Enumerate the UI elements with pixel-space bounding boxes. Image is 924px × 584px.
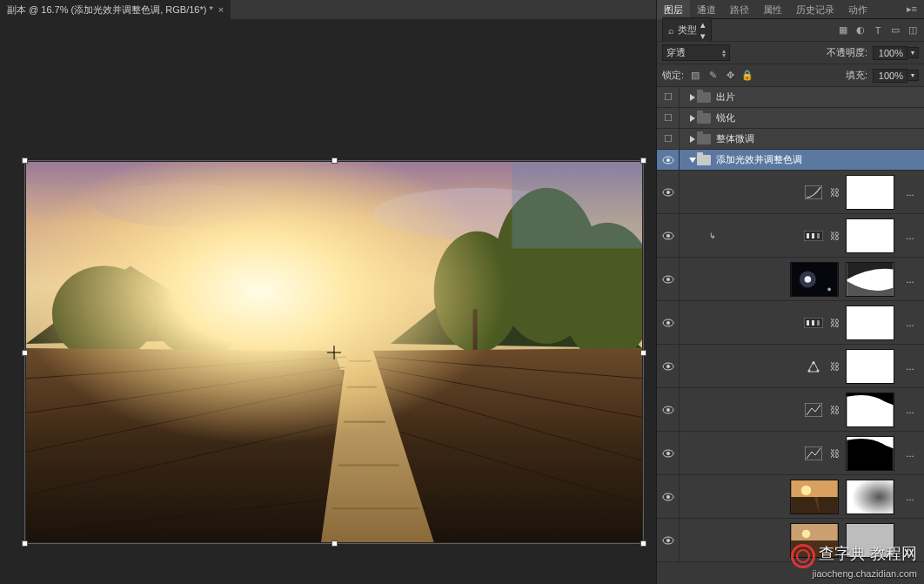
- tab-paths[interactable]: 路径: [723, 0, 756, 19]
- opacity-label: 不透明度:: [827, 46, 867, 59]
- layer-filter-type[interactable]: ⌕ 类型 ▴▾: [662, 17, 712, 44]
- document-tab[interactable]: 副本 @ 16.7% (添加光效并调整色调, RGB/16*) * ×: [0, 0, 231, 19]
- fill-label: 填充:: [846, 69, 867, 82]
- layer-row[interactable]: ...: [657, 258, 924, 301]
- visibility-toggle[interactable]: ☐: [662, 112, 674, 124]
- tab-properties[interactable]: 属性: [756, 0, 789, 19]
- lock-transparent-icon[interactable]: ▨: [689, 70, 701, 82]
- canvas[interactable]: [0, 19, 656, 584]
- lock-position-icon[interactable]: ✥: [724, 70, 736, 82]
- layer-row[interactable]: [657, 519, 924, 562]
- folder-icon: [697, 113, 711, 124]
- link-icon[interactable]: ⛓: [830, 231, 839, 241]
- filter-pixel-icon[interactable]: ▦: [837, 24, 849, 37]
- layer-mask[interactable]: [846, 262, 894, 297]
- visibility-toggle[interactable]: ☐: [662, 133, 674, 145]
- layer-group-selected[interactable]: 添加光效并调整色调: [657, 150, 924, 171]
- panels-sidebar: 图层 通道 路径 属性 历史记录 动作 ▸≡ ⌕ 类型 ▴▾ ▦ ◐ T ▭ ◫…: [656, 0, 924, 584]
- tab-history[interactable]: 历史记录: [789, 0, 841, 19]
- fx-button[interactable]: ...: [901, 448, 919, 459]
- document-title: 副本 @ 16.7% (添加光效并调整色调, RGB/16*) *: [7, 0, 213, 19]
- fx-button[interactable]: ...: [901, 231, 919, 241]
- layer-mask[interactable]: [846, 436, 894, 471]
- visibility-icon[interactable]: [662, 360, 674, 373]
- lock-pixels-icon[interactable]: ✎: [706, 70, 719, 82]
- link-icon[interactable]: ⛓: [830, 361, 839, 372]
- fx-button[interactable]: ...: [901, 187, 919, 198]
- layer-thumbnail[interactable]: [790, 480, 839, 514]
- fill-dropdown-icon[interactable]: ▾: [907, 70, 919, 81]
- opacity-input[interactable]: 100%: [873, 46, 907, 60]
- visibility-icon[interactable]: [662, 154, 674, 166]
- filter-smart-icon[interactable]: ◫: [907, 24, 919, 37]
- layer-group[interactable]: ☐ 出片: [657, 87, 924, 108]
- visibility-icon[interactable]: [662, 186, 674, 198]
- chevron-updown-icon: ▴▾: [700, 19, 706, 42]
- layer-row[interactable]: ⛓ ...: [657, 171, 924, 214]
- visibility-icon[interactable]: [662, 447, 674, 460]
- fx-button[interactable]: ...: [901, 274, 919, 285]
- fx-button[interactable]: ...: [901, 318, 919, 328]
- lock-all-icon[interactable]: 🔒: [741, 70, 753, 82]
- fill-input[interactable]: 100%: [873, 69, 907, 83]
- filter-adjust-icon[interactable]: ◐: [854, 24, 867, 37]
- transform-center-icon[interactable]: [327, 346, 341, 359]
- layer-row[interactable]: ...: [657, 475, 924, 519]
- transform-handle-br[interactable]: [640, 540, 646, 547]
- layer-group[interactable]: ☐ 锐化: [657, 108, 924, 129]
- layer-group[interactable]: ☐ 整体微调: [657, 129, 924, 150]
- layer-mask[interactable]: [846, 393, 894, 427]
- layer-mask[interactable]: [846, 349, 894, 384]
- transform-handle-bl[interactable]: [22, 540, 28, 547]
- layer-mask[interactable]: [846, 305, 894, 340]
- transform-handle-tm[interactable]: [331, 158, 338, 164]
- visibility-icon[interactable]: [662, 317, 674, 329]
- blend-mode-select[interactable]: 穿透 ▴▾: [662, 44, 730, 61]
- visibility-icon[interactable]: [662, 230, 674, 242]
- visibility-icon[interactable]: [662, 273, 674, 285]
- panel-menu-icon[interactable]: ▸≡: [900, 3, 924, 15]
- transform-handle-tl[interactable]: [22, 158, 28, 164]
- tab-layers[interactable]: 图层: [657, 0, 690, 19]
- fx-button[interactable]: ...: [901, 405, 919, 415]
- layer-row[interactable]: ⛓ ...: [657, 301, 924, 345]
- visibility-icon[interactable]: [662, 491, 674, 503]
- opacity-dropdown-icon[interactable]: ▾: [907, 47, 919, 58]
- filter-shape-icon[interactable]: ▭: [889, 24, 901, 37]
- tab-channels[interactable]: 通道: [690, 0, 723, 19]
- layer-mask[interactable]: [846, 218, 894, 253]
- transform-handle-ml[interactable]: [22, 350, 28, 356]
- fx-button[interactable]: ...: [901, 492, 919, 502]
- layer-row[interactable]: ↳ ⛓ ...: [657, 214, 924, 258]
- link-icon[interactable]: ⛓: [830, 448, 839, 459]
- layer-row[interactable]: ⛓ ...: [657, 345, 924, 388]
- layer-row[interactable]: ⛓ ...: [657, 432, 924, 475]
- layer-mask[interactable]: [846, 175, 894, 210]
- transform-handle-mr[interactable]: [640, 350, 646, 356]
- visibility-toggle[interactable]: ☐: [662, 91, 674, 104]
- link-icon[interactable]: ⛓: [830, 405, 839, 415]
- disclosure-triangle-icon[interactable]: [688, 93, 697, 102]
- disclosure-triangle-icon[interactable]: [688, 135, 697, 144]
- layer-thumbnail[interactable]: [790, 523, 839, 558]
- visibility-icon[interactable]: [662, 404, 674, 416]
- document-tab-bar: 副本 @ 16.7% (添加光效并调整色调, RGB/16*) * ×: [0, 0, 656, 19]
- disclosure-triangle-icon[interactable]: [688, 114, 697, 123]
- transform-handle-tr[interactable]: [640, 158, 646, 164]
- filter-type-label: 类型: [678, 23, 697, 37]
- svg-point-69: [666, 539, 670, 542]
- layer-thumbnail[interactable]: [790, 262, 839, 297]
- layer-mask[interactable]: [846, 480, 894, 514]
- layer-row[interactable]: ⛓ ...: [657, 388, 924, 432]
- transform-handle-bm[interactable]: [331, 540, 338, 547]
- layer-mask[interactable]: [846, 523, 894, 558]
- disclosure-triangle-open-icon[interactable]: [688, 156, 697, 164]
- tab-actions[interactable]: 动作: [841, 0, 874, 19]
- link-icon[interactable]: ⛓: [830, 187, 839, 198]
- close-icon[interactable]: ×: [218, 0, 224, 19]
- transform-bounding-box[interactable]: [24, 160, 644, 544]
- visibility-icon[interactable]: [662, 534, 674, 547]
- fx-button[interactable]: ...: [901, 361, 919, 372]
- link-icon[interactable]: ⛓: [830, 318, 839, 328]
- filter-text-icon[interactable]: T: [872, 24, 884, 37]
